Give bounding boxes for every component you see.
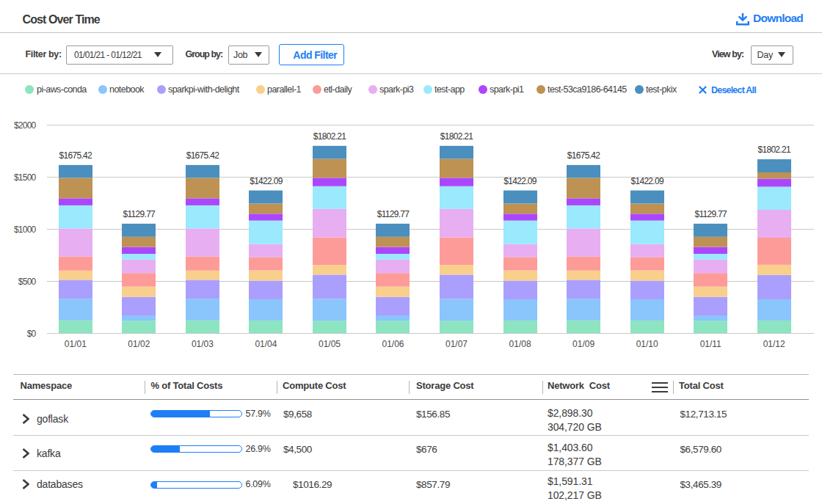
- svg-text:$0: $0: [27, 329, 37, 339]
- svg-text:01/01: 01/01: [65, 339, 87, 349]
- svg-text:$1675.42: $1675.42: [567, 150, 600, 161]
- svg-text:01/12: 01/12: [763, 339, 785, 349]
- svg-text:01/07: 01/07: [445, 339, 468, 349]
- svg-text:$2000: $2000: [14, 120, 37, 131]
- svg-text:$1802.21: $1802.21: [757, 145, 790, 155]
- svg-text:01/02: 01/02: [128, 339, 150, 349]
- svg-text:01/09: 01/09: [572, 339, 594, 349]
- svg-text:01/05: 01/05: [319, 339, 341, 349]
- svg-text:01/03: 01/03: [192, 339, 214, 349]
- svg-text:01/06: 01/06: [382, 339, 404, 349]
- svg-text:$500: $500: [18, 277, 37, 287]
- svg-text:$1802.21: $1802.21: [313, 131, 346, 142]
- svg-text:$1129.77: $1129.77: [123, 209, 156, 219]
- svg-text:$1675.42: $1675.42: [186, 150, 219, 161]
- svg-text:01/08: 01/08: [509, 339, 531, 349]
- svg-text:01/11: 01/11: [700, 339, 721, 349]
- svg-text:$1500: $1500: [14, 172, 37, 183]
- svg-text:01/04: 01/04: [255, 339, 277, 349]
- svg-text:$1802.21: $1802.21: [440, 131, 473, 142]
- svg-text:$1422.09: $1422.09: [250, 176, 283, 186]
- svg-text:$1129.77: $1129.77: [377, 209, 410, 219]
- svg-text:$1000: $1000: [14, 224, 37, 235]
- svg-text:$1422.09: $1422.09: [503, 176, 537, 186]
- svg-text:$1129.77: $1129.77: [694, 209, 727, 219]
- svg-text:01/10: 01/10: [636, 339, 658, 349]
- svg-text:$1675.42: $1675.42: [59, 150, 92, 161]
- svg-text:$1422.09: $1422.09: [630, 176, 663, 186]
